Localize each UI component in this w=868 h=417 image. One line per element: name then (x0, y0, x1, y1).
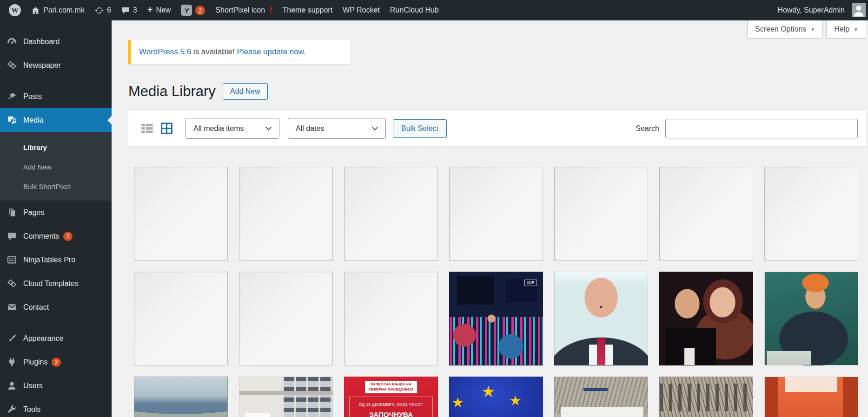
sidebar-item-label: Comments (23, 232, 59, 241)
account-menu[interactable]: Howdy, SuperAdmin (772, 0, 868, 20)
media-toolbar: All media items All dates Bulk Select Se… (128, 111, 866, 146)
media-item-placeholder[interactable] (239, 272, 333, 365)
date-filter[interactable]: All dates (288, 118, 386, 139)
yoast-icon: Y (181, 5, 192, 16)
chevron-down-icon (372, 124, 378, 130)
pages-icon (7, 208, 17, 218)
media-type-filter[interactable]: All media items (186, 118, 279, 139)
media-item-placeholder[interactable] (449, 167, 543, 261)
media-item-placeholder[interactable] (134, 167, 228, 261)
sidebar-item-label: Newspaper (23, 61, 61, 70)
media-item-placeholder[interactable] (764, 167, 858, 261)
wp-rocket-link[interactable]: WP Rocket (338, 0, 385, 20)
star-icon: ★ (451, 396, 464, 410)
sidebar-item-ninjatables-pro[interactable]: NinjaTables Pro (0, 248, 112, 272)
contact-icon (7, 302, 17, 313)
count-badge: 2 (52, 358, 61, 367)
sidebar-item-plugins[interactable]: Plugins2 (0, 350, 112, 374)
star-icon: ★ (481, 384, 495, 399)
sidebar-item-contact[interactable]: Contact (0, 295, 112, 319)
media-item-ambulance-interior[interactable] (764, 377, 858, 417)
sidebar-item-label: Tools (23, 405, 40, 414)
media-item-placeholder[interactable] (344, 272, 438, 365)
new-content-link[interactable]: + New (142, 0, 176, 20)
list-view-icon[interactable] (140, 122, 154, 135)
sidebar-item-newspaper[interactable]: Newspaper (0, 53, 112, 77)
updates-link[interactable]: 6 (90, 0, 116, 20)
sidebar-item-label: Media (23, 116, 44, 124)
main-content: Screen Options ▼ Help ▼ WordPress 5.6 is… (112, 20, 868, 417)
plus-icon: + (147, 5, 153, 14)
sidebar-item-pages[interactable]: Pages (0, 201, 112, 224)
thumbnail-text: РАЗВОЈНА БАНКА НА СЕВЕРНА МАКЕДОНИЈА (365, 381, 417, 393)
menu-separator (0, 77, 112, 85)
media-item-placeholder[interactable] (554, 167, 648, 261)
chevron-down-icon: ▼ (854, 27, 858, 32)
grid-view-icon[interactable] (160, 122, 173, 135)
site-name-link[interactable]: Pari.com.mk (26, 0, 90, 20)
media-item-placeholder[interactable] (134, 272, 228, 365)
submenu-item-add-new[interactable]: Add New (0, 157, 112, 176)
search-label: Search (636, 124, 659, 133)
admin-comments-link[interactable]: 3 (116, 0, 142, 20)
submenu-item-library[interactable]: Library (0, 137, 112, 157)
sidebar-item-label: Posts (23, 92, 42, 101)
sidebar-item-dashboard[interactable]: Dashboard (0, 30, 112, 53)
sidebar-item-label: Users (23, 382, 43, 390)
plugins-icon (7, 357, 17, 367)
avatar (852, 3, 866, 17)
media-item-eu-flag[interactable]: ★★★★★★ (449, 377, 543, 417)
media-item-placeholder[interactable] (239, 167, 333, 261)
admin-menu: DashboardNewspaperPostsMediaLibraryAdd N… (0, 20, 112, 417)
ninjatables-icon (7, 255, 17, 265)
media-item-politician[interactable] (554, 272, 648, 365)
runcloud-hub-link[interactable]: RunCloud Hub (385, 0, 444, 20)
sidebar-item-label: Pages (23, 208, 44, 217)
update-icon (95, 6, 104, 15)
media-item-ambulance-people[interactable]: AMB (554, 377, 648, 417)
sidebar-item-appearance[interactable]: Appearance (0, 326, 112, 350)
page-header: Media Library Add New (128, 83, 866, 100)
yoast-seo-link[interactable]: Y 2 (176, 0, 210, 20)
search-input[interactable] (665, 119, 858, 138)
shortpixel-link[interactable]: ShortPixel icon ! (210, 0, 277, 20)
media-item-building-ambulance[interactable] (659, 377, 753, 417)
media-item-bezos-couple[interactable] (659, 272, 753, 365)
sidebar-item-users[interactable]: Users (0, 374, 112, 397)
sidebar-item-media[interactable]: Media (0, 108, 112, 132)
sidebar-item-tools[interactable]: Tools (0, 397, 112, 417)
update-nag-notice: WordPress 5.6 is available! Please updat… (128, 40, 351, 64)
media-item-red-banner[interactable]: РАЗВОЈНА БАНКА НА СЕВЕРНА МАКЕДОНИЈАОД 1… (344, 377, 438, 417)
wordpress-logo-icon: W (9, 4, 21, 16)
media-item-placeholder[interactable] (659, 167, 753, 261)
bulk-select-button[interactable]: Bulk Select (393, 119, 447, 138)
submenu-item-bulk-shortpixel[interactable]: Bulk ShortPixel (0, 176, 112, 196)
chevron-down-icon (265, 124, 272, 130)
thumbnail-text: ОД 16 ДЕКЕМВРИ, 00:01 ЧАСОТ (345, 402, 437, 407)
tools-icon (7, 404, 17, 415)
media-item-building-pink[interactable] (239, 377, 333, 417)
sidebar-item-posts[interactable]: Posts (0, 85, 112, 108)
update-now-link[interactable]: Please update now (237, 47, 304, 56)
wordpress-version-link[interactable]: WordPress 5.6 (139, 47, 191, 56)
screen-options-button[interactable]: Screen Options ▼ (747, 20, 823, 39)
sidebar-item-cloud-templates[interactable]: Cloud Templates (0, 272, 112, 295)
posts-icon (7, 91, 17, 102)
sidebar-item-label: Appearance (23, 334, 63, 343)
media-grid: ICEРАЗВОЈНА БАНКА НА СЕВЕРНА МАКЕДОНИЈАО… (134, 167, 858, 417)
media-item-skopje-city[interactable] (134, 377, 228, 417)
newspaper-icon (7, 60, 17, 71)
theme-support-link[interactable]: Theme support (277, 0, 338, 20)
media-item-placeholder[interactable] (344, 167, 438, 261)
help-button[interactable]: Help ▼ (826, 20, 866, 39)
wp-logo-button[interactable]: W (4, 0, 26, 20)
media-item-man-laptop[interactable] (764, 272, 858, 365)
sidebar-item-label: Contact (23, 303, 49, 312)
media-item-stock-exchange[interactable]: ICE (449, 272, 543, 365)
sidebar-item-comments[interactable]: Comments3 (0, 224, 112, 248)
star-icon: ★ (509, 394, 522, 408)
comment-bubble-icon (121, 6, 130, 14)
view-switch (140, 122, 173, 135)
add-new-button[interactable]: Add New (223, 83, 268, 100)
menu-separator (0, 319, 112, 326)
